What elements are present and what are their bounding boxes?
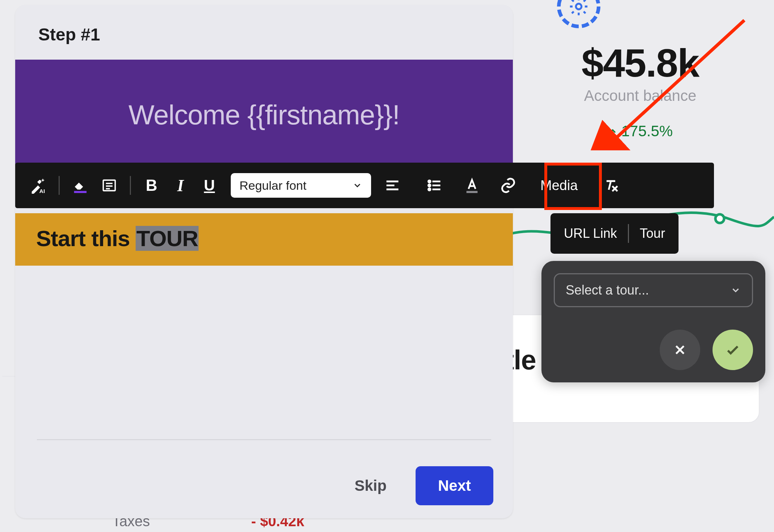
ai-magic-icon[interactable]: AI xyxy=(25,173,51,198)
align-icon[interactable] xyxy=(380,173,405,198)
svg-point-1 xyxy=(715,214,724,223)
hero-text: Welcome {{firstname}}! xyxy=(128,99,400,130)
tour-select-card: Select a tour... xyxy=(541,261,765,382)
balance-amount: $45.8k xyxy=(528,40,752,86)
strip-text: Start this TOUR xyxy=(36,226,199,251)
link-option-tour[interactable]: Tour xyxy=(638,223,667,244)
svg-point-14 xyxy=(428,188,430,190)
toolbar-separator xyxy=(130,176,131,195)
svg-point-12 xyxy=(428,180,430,183)
toolbar-separator xyxy=(59,176,60,195)
selected-text: TOUR xyxy=(136,226,199,251)
list-icon[interactable] xyxy=(422,173,447,198)
svg-point-13 xyxy=(428,184,430,186)
footer-divider xyxy=(37,439,491,440)
popover-separator xyxy=(628,224,629,243)
svg-text:AI: AI xyxy=(39,188,45,194)
svg-rect-4 xyxy=(74,191,87,193)
bold-icon[interactable]: B xyxy=(139,173,164,198)
link-option-url[interactable]: URL Link xyxy=(562,223,619,244)
rich-text-toolbar: AI B I U Regular font Media xyxy=(15,163,714,208)
link-icon[interactable] xyxy=(496,173,521,198)
background-icon[interactable] xyxy=(97,173,122,198)
confirm-button[interactable] xyxy=(713,330,753,370)
content-strip[interactable]: Start this TOUR xyxy=(15,213,513,266)
next-button[interactable]: Next xyxy=(416,466,493,505)
hero-banner[interactable]: Welcome {{firstname}}! xyxy=(15,60,513,170)
italic-icon[interactable]: I xyxy=(168,173,193,198)
text-color-icon[interactable] xyxy=(459,173,485,198)
clear-format-icon[interactable] xyxy=(598,173,624,198)
highlight-color-icon[interactable] xyxy=(68,173,93,198)
svg-point-0 xyxy=(576,4,581,9)
step-editor-panel: Step #1 Welcome {{firstname}}! Start thi… xyxy=(15,5,513,518)
cancel-button[interactable] xyxy=(660,330,700,370)
media-button[interactable]: Media xyxy=(535,178,584,193)
balance-label: Account balance xyxy=(528,87,752,104)
gear-icon xyxy=(557,0,600,28)
svg-rect-18 xyxy=(467,191,478,193)
tour-dropdown[interactable]: Select a tour... xyxy=(554,273,753,307)
link-popover: URL Link Tour xyxy=(550,213,679,254)
panel-header: Step #1 xyxy=(15,5,513,60)
balance-delta: 175.5% xyxy=(528,123,752,140)
skip-button[interactable]: Skip xyxy=(341,467,400,505)
balance-widget: $45.8k Account balance 175.5% xyxy=(528,40,752,140)
font-select[interactable]: Regular font xyxy=(231,173,371,198)
underline-icon[interactable]: U xyxy=(197,173,222,198)
